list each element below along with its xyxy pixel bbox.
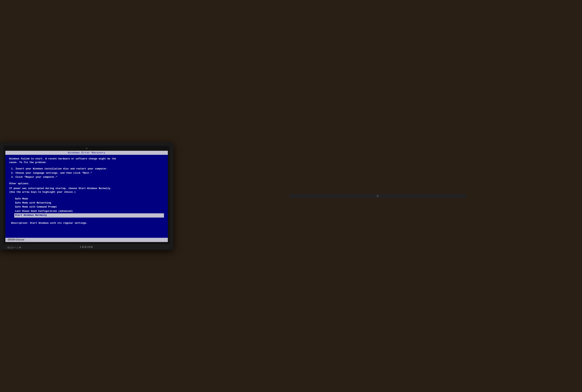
key-icon-misc: ☁ <box>16 246 18 248</box>
screen-bezel: Windows Error Recovery Windows failed to… <box>3 146 170 244</box>
step-1: 1. Insert your Windows installation disc… <box>11 167 164 171</box>
step-2: 2. Choose your language settings, and th… <box>11 171 164 175</box>
menu-item-last-known-good[interactable]: Last Known Good Configuration (advanced) <box>15 209 164 213</box>
enter-choose-label: ENTER=Choose <box>8 238 24 241</box>
screen: Windows Error Recovery Windows failed to… <box>5 151 168 242</box>
menu-item-safe-mode[interactable]: Safe Mode <box>15 197 164 201</box>
other-options-detail: If power was interrupted during startup,… <box>9 187 164 194</box>
key-icon-2 <box>10 247 13 248</box>
menu-item-safe-mode-cmd[interactable]: Safe Mode with Command Prompt <box>15 205 164 209</box>
other-options-line2: (Use the arrow keys to highlight your ch… <box>9 190 164 194</box>
menu-items: Safe Mode Safe Mode with Networking Safe… <box>15 197 164 218</box>
key-icon-phone: ☎ <box>19 246 21 248</box>
laptop-bottom: LEGION Fn ≫ ☁ ☎ <box>3 244 170 250</box>
key-icon-wifi: ≫ <box>14 246 16 248</box>
main-message: Windows failed to start. A recent hardwa… <box>9 157 164 164</box>
main-message-line2: cause. To fix the problem: <box>9 161 164 164</box>
bottom-bar: ENTER=Choose <box>5 238 168 242</box>
webcam <box>86 148 87 149</box>
main-message-line1: Windows failed to start. A recent hardwa… <box>9 157 164 161</box>
menu-item-start-normally[interactable]: Start Windows Normally <box>14 213 164 217</box>
fn-key-icon: Fn <box>7 247 10 248</box>
laptop-brand-label: LEGION <box>80 246 93 248</box>
step-3: 3. Click "Repair your computer." <box>11 176 164 179</box>
steps: 1. Insert your Windows installation disc… <box>11 167 164 179</box>
laptop-outer: Windows Error Recovery Windows failed to… <box>0 142 173 250</box>
screen-content: Windows failed to start. A recent hardwa… <box>5 155 168 228</box>
keyboard-indicator: Fn ≫ ☁ ☎ <box>7 246 21 248</box>
laptop-base <box>289 194 466 198</box>
other-options-label: Other options: <box>9 182 164 186</box>
trackpad-dot <box>377 195 379 197</box>
menu-item-safe-mode-networking[interactable]: Safe Mode with Networking <box>15 201 164 205</box>
description: Description: Start Windows with its regu… <box>9 222 164 225</box>
other-options-line1: If power was interrupted during startup,… <box>9 187 164 190</box>
title-bar: Windows Error Recovery <box>5 151 168 155</box>
